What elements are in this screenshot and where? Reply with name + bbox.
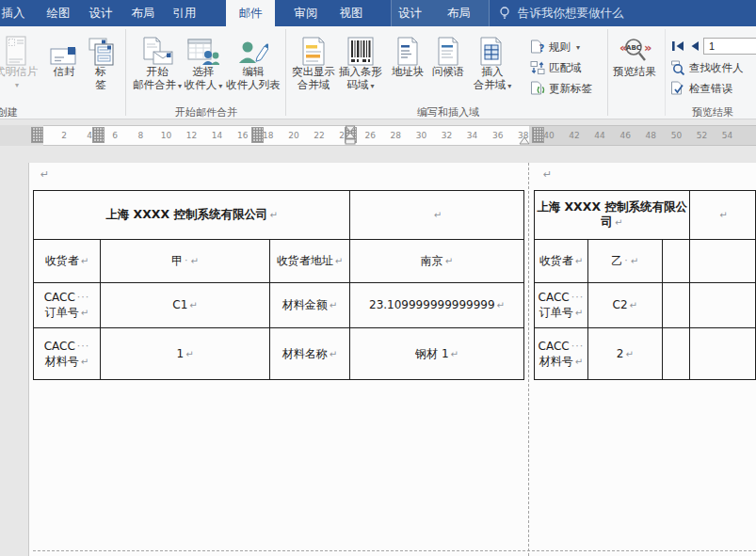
previous-record-button[interactable]: [687, 39, 702, 54]
tab-review[interactable]: 审阅: [286, 0, 326, 26]
material-name-label-cell[interactable]: [662, 328, 689, 380]
tab-insert[interactable]: 插入: [0, 0, 33, 26]
material-name-cell[interactable]: [690, 328, 756, 380]
empty-cell[interactable]: ↵: [350, 191, 524, 240]
company-cell[interactable]: 上海 XXXX 控制系统有限公司↵: [535, 191, 690, 240]
amount-value-cell[interactable]: [690, 283, 756, 328]
chinese-postcard-button[interactable]: 式明信片 ▾: [0, 32, 45, 100]
group-label-start-mail-merge: 开始邮件合并: [175, 105, 237, 119]
amount-label-cell[interactable]: 材料金额↵: [270, 283, 350, 328]
label-grid-vertical-boundary: [528, 163, 529, 556]
tell-me-label: 告诉我你想要做什么: [518, 6, 624, 22]
merge-label-table-2: 上海 XXXX 控制系统有限公司↵ ↵ 收货者↵ 乙·↵ CACC···订单号↵…: [534, 190, 756, 380]
ruler-number: 28: [391, 131, 401, 140]
insert-merge-field-icon: [479, 32, 506, 66]
svg-text:ABC: ABC: [626, 44, 641, 52]
insert-merge-field-button[interactable]: 插入 合并域▾: [469, 32, 516, 100]
ruler-number: 26: [364, 131, 375, 140]
ruler-number: 8: [137, 131, 143, 140]
amount-label-cell[interactable]: [662, 283, 689, 328]
ruler-number: 12: [186, 131, 197, 140]
find-recipient-button[interactable]: 查找收件人: [670, 59, 744, 76]
address-label-cell[interactable]: [662, 240, 689, 283]
update-labels-button[interactable]: 更新标签: [530, 80, 592, 97]
ruler-number: 40: [543, 131, 554, 140]
labels-icon: [87, 32, 115, 66]
group-separator: [285, 29, 286, 116]
order-label-cell[interactable]: CACC···订单号↵: [34, 283, 101, 328]
tab-table-layout[interactable]: 布局: [440, 0, 478, 26]
envelopes-button[interactable]: 信封: [46, 32, 82, 100]
material-name-label-cell[interactable]: 材料名称↵: [270, 328, 350, 380]
group-separator: [665, 29, 666, 116]
company-cell[interactable]: 上海 XXXX 控制系统有限公司↵: [34, 191, 350, 240]
labels-button[interactable]: 标 签: [84, 32, 118, 100]
material-no-cell[interactable]: 1↵: [101, 328, 270, 380]
preview-results-button[interactable]: « » ABC 预览结果: [610, 32, 659, 100]
order-label-cell[interactable]: CACC···订单号↵: [535, 283, 588, 328]
word-window: 插入 绘图 设计 布局 引用 邮件 审阅 视图 设计 布局 告诉我你想要做什么: [0, 0, 756, 556]
ruler-number: 16: [237, 131, 248, 140]
ruler-number: 6: [112, 131, 118, 140]
start-mail-merge-button[interactable]: 开始 邮件合并▾: [130, 32, 185, 100]
table-column-marker[interactable]: [251, 127, 264, 143]
tab-table-design[interactable]: 设计: [391, 0, 429, 26]
first-record-button[interactable]: [670, 39, 685, 54]
tab-design[interactable]: 设计: [81, 0, 121, 26]
address-value-cell[interactable]: 南京↵: [350, 240, 524, 283]
group-separator: [607, 29, 608, 116]
right-indent-marker[interactable]: [519, 125, 530, 146]
rules-button[interactable]: ? 规则 ▾: [530, 39, 580, 56]
amount-value-cell[interactable]: 23.109999999999999↵: [350, 283, 524, 328]
table-column-marker[interactable]: [31, 127, 43, 143]
ruler-number: 14: [212, 131, 222, 140]
group-label-create: 创建: [0, 105, 18, 119]
address-value-cell[interactable]: [690, 240, 756, 283]
table-column-marker[interactable]: [92, 127, 105, 143]
material-no-cell[interactable]: 2↵: [587, 328, 662, 380]
edit-recipient-list-button[interactable]: 编辑 收件人列表: [226, 32, 281, 100]
table-column-marker[interactable]: [532, 127, 544, 143]
check-errors-button[interactable]: 检查错误: [670, 80, 732, 97]
ruler-number: 22: [314, 131, 324, 140]
material-label-cell[interactable]: CACC···材料号↵: [535, 328, 588, 380]
barcode-icon: [347, 32, 374, 66]
tab-draw[interactable]: 绘图: [39, 0, 78, 26]
record-number-input[interactable]: [703, 38, 756, 55]
tell-me-box[interactable]: 告诉我你想要做什么: [497, 0, 624, 26]
insert-barcode-field-button[interactable]: 插入条形 码域▾: [337, 32, 384, 100]
order-no-cell[interactable]: C1↵: [101, 283, 270, 328]
select-recipients-icon: [187, 32, 219, 66]
tab-layout[interactable]: 布局: [123, 0, 163, 26]
highlight-merge-fields-button[interactable]: 突出显示 合并域: [288, 32, 339, 100]
document-page[interactable]: ↵ ↵ 上海 XXXX 控制系统有限公司↵ ↵ 收货者↵ 甲·↵ 收货者地址↵ …: [29, 163, 756, 556]
material-name-cell[interactable]: 钢材 1↵: [350, 328, 524, 380]
consignee-value-cell[interactable]: 乙·↵: [587, 240, 662, 283]
ruler-number: 18: [263, 131, 273, 140]
left-indent-marker[interactable]: [345, 125, 356, 146]
ruler-number: 20: [288, 131, 298, 140]
tab-references[interactable]: 引用: [165, 0, 204, 26]
ribbon-mailings: 式明信片 ▾ 信封: [0, 26, 756, 119]
ribbon-tab-bar: 插入 绘图 设计 布局 引用 邮件 审阅 视图 设计 布局 告诉我你想要做什么: [0, 0, 756, 26]
address-label-cell[interactable]: 收货者地址↵: [270, 240, 350, 283]
empty-cell[interactable]: ↵: [690, 191, 756, 240]
consignee-label-cell[interactable]: 收货者↵: [535, 240, 588, 283]
select-recipients-button[interactable]: 选择 收件人▾: [179, 32, 228, 100]
greeting-line-button[interactable]: 问候语: [429, 32, 467, 100]
match-fields-button[interactable]: 匹配域: [530, 59, 582, 76]
postcard-icon: [6, 32, 26, 66]
tab-view[interactable]: 视图: [331, 0, 371, 26]
ruler-number: 36: [492, 131, 503, 140]
previous-record-icon: [689, 40, 700, 52]
paragraph-mark: ↵: [543, 168, 552, 181]
check-errors-icon: [670, 81, 685, 96]
order-no-cell[interactable]: C2↵: [587, 283, 662, 328]
tab-mailings-active[interactable]: 邮件: [226, 0, 275, 26]
material-label-cell[interactable]: CACC···材料号↵: [34, 328, 101, 380]
horizontal-ruler[interactable]: 2468101214161820222426283032343638404244…: [0, 125, 756, 146]
consignee-label-cell[interactable]: 收货者↵: [34, 240, 101, 283]
address-block-button[interactable]: 地址块: [388, 32, 427, 100]
consignee-value-cell[interactable]: 甲·↵: [101, 240, 270, 283]
group-separator: [125, 29, 126, 116]
